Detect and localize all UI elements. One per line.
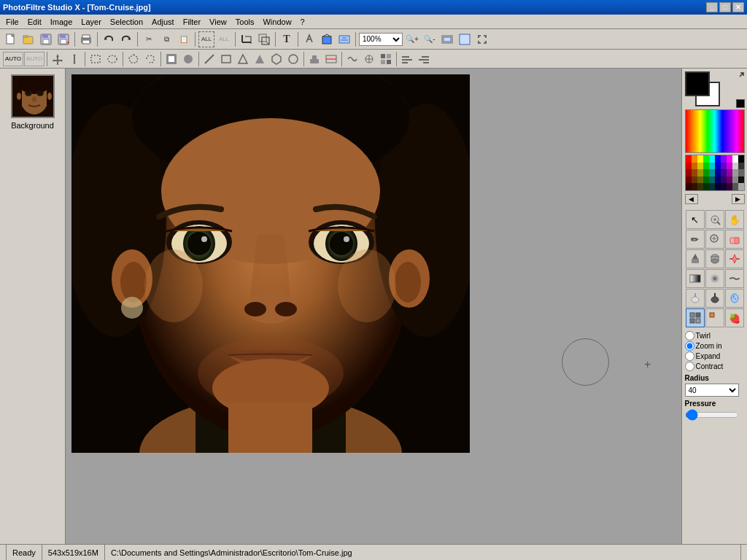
- auto-tool[interactable]: AUTO: [3, 52, 23, 66]
- palette-color-cell[interactable]: [703, 183, 709, 190]
- palette-color-cell[interactable]: [727, 155, 732, 163]
- zoom-select[interactable]: 25%50%75%100%150%200%: [359, 33, 403, 46]
- expand-radio[interactable]: [685, 351, 694, 361]
- line-tool[interactable]: [201, 52, 217, 66]
- palette-color-cell[interactable]: [715, 183, 721, 190]
- palette-color-cell[interactable]: [697, 176, 703, 184]
- lasso-tool[interactable]: [142, 52, 158, 66]
- palette-color-cell[interactable]: [721, 183, 727, 190]
- tool-hand[interactable]: ✋: [725, 210, 744, 229]
- palette-color-cell[interactable]: [738, 176, 744, 184]
- menu-image[interactable]: Image: [46, 16, 77, 28]
- palette-color-cell[interactable]: [703, 169, 709, 176]
- tool-dodge[interactable]: [686, 289, 705, 308]
- tool-smudge[interactable]: [725, 269, 744, 288]
- tool-strawberry[interactable]: 🍓: [725, 308, 744, 327]
- tool-paint-bucket[interactable]: [686, 249, 705, 268]
- radius-select[interactable]: 10 20 30 40 50 60 80 100: [685, 384, 739, 397]
- menu-adjust[interactable]: Adjust: [147, 16, 179, 28]
- cut-button[interactable]: ✂: [141, 31, 157, 47]
- tool-eraser[interactable]: [725, 230, 744, 249]
- stamp-tool[interactable]: [306, 52, 322, 66]
- rect-select[interactable]: [88, 52, 104, 66]
- palette-color-cell[interactable]: [703, 176, 709, 184]
- tool-gradient[interactable]: [686, 269, 705, 288]
- polygon-draw[interactable]: [235, 52, 251, 66]
- palette-color-cell[interactable]: [697, 183, 703, 190]
- pressure-slider[interactable]: [685, 409, 739, 421]
- palette-color-cell[interactable]: [692, 163, 697, 170]
- palette-color-cell[interactable]: [697, 163, 703, 170]
- palette-color-cell[interactable]: [738, 183, 744, 190]
- new-button[interactable]: [3, 31, 19, 47]
- palette-color-cell[interactable]: [709, 169, 715, 176]
- tool-mosaic[interactable]: [686, 308, 705, 327]
- tool-select-arrow[interactable]: ↖: [686, 210, 705, 229]
- palette-color-cell[interactable]: [727, 176, 732, 184]
- palette-prev-button[interactable]: ◀: [685, 194, 698, 204]
- palette-color-cell[interactable]: [738, 155, 744, 163]
- brush-shape1[interactable]: [163, 52, 179, 66]
- move-constrain[interactable]: [66, 52, 82, 66]
- palette-color-cell[interactable]: [686, 169, 692, 176]
- fill-button[interactable]: [319, 31, 335, 47]
- minimize-button[interactable]: _: [706, 2, 718, 12]
- color-gradient-bar[interactable]: [685, 109, 745, 153]
- palette-color-cell[interactable]: [738, 169, 744, 176]
- tool-pencil[interactable]: ✏: [686, 230, 705, 249]
- palette-color-cell[interactable]: [715, 155, 721, 163]
- palette-color-cell[interactable]: [709, 176, 715, 184]
- palette-color-cell[interactable]: [732, 169, 738, 176]
- palette-color-cell[interactable]: [703, 163, 709, 170]
- color-reset-button[interactable]: [736, 99, 745, 108]
- palette-color-cell[interactable]: [686, 163, 692, 170]
- contract-radio[interactable]: [685, 362, 694, 371]
- rect-tool[interactable]: [218, 52, 234, 66]
- palette-color-cell[interactable]: [715, 176, 721, 184]
- menu-layer[interactable]: Layer: [77, 16, 106, 28]
- tool-blur[interactable]: [705, 269, 724, 288]
- palette-color-cell[interactable]: [727, 169, 732, 176]
- palette-color-cell[interactable]: [686, 155, 692, 163]
- palette-color-cell[interactable]: [721, 155, 727, 163]
- palette-next-button[interactable]: ▶: [732, 194, 745, 204]
- palette-color-cell[interactable]: [703, 155, 709, 163]
- extra-tool[interactable]: [378, 52, 394, 66]
- save-as-button[interactable]: +: [55, 31, 71, 47]
- deselect-button[interactable]: ALL: [216, 31, 232, 47]
- palette-color-cell[interactable]: [732, 163, 738, 170]
- palette-color-cell[interactable]: [715, 169, 721, 176]
- copy-button[interactable]: ⧉: [158, 31, 174, 47]
- palette-color-cell[interactable]: [721, 176, 727, 184]
- zoom-actual-button[interactable]: [457, 31, 473, 47]
- draw-button[interactable]: [301, 31, 317, 47]
- ellipse-select[interactable]: [104, 52, 120, 66]
- open-button[interactable]: [20, 31, 36, 47]
- palette-color-cell[interactable]: [686, 176, 692, 184]
- right-align[interactable]: [416, 52, 432, 66]
- palette-color-cell[interactable]: [738, 163, 744, 170]
- tool-stamp2[interactable]: [705, 308, 724, 327]
- text-button[interactable]: T: [279, 31, 295, 47]
- tool-clone-stamp[interactable]: [705, 230, 724, 249]
- swap-colors-icon[interactable]: [735, 71, 745, 82]
- select-all-button[interactable]: ALL: [198, 31, 214, 47]
- palette-color-cell[interactable]: [732, 176, 738, 184]
- palette-color-cell[interactable]: [732, 183, 738, 190]
- triangle-tool[interactable]: [252, 52, 268, 66]
- palette-color-cell[interactable]: [692, 176, 697, 184]
- menu-view[interactable]: View: [205, 16, 231, 28]
- twirl-radio[interactable]: [685, 331, 694, 341]
- print-button[interactable]: [78, 31, 94, 47]
- canvas-area[interactable]: +: [66, 69, 681, 544]
- menu-selection[interactable]: Selection: [106, 16, 147, 28]
- filter2-button[interactable]: [336, 31, 352, 47]
- palette-color-cell[interactable]: [709, 155, 715, 163]
- circle-tool[interactable]: [285, 52, 301, 66]
- menu-filter[interactable]: Filter: [179, 16, 205, 28]
- tool-magic-wand[interactable]: [705, 210, 724, 229]
- palette-color-cell[interactable]: [721, 169, 727, 176]
- menu-tools[interactable]: Tools: [231, 16, 259, 28]
- menu-window[interactable]: Window: [258, 16, 295, 28]
- resize-button[interactable]: [256, 31, 272, 47]
